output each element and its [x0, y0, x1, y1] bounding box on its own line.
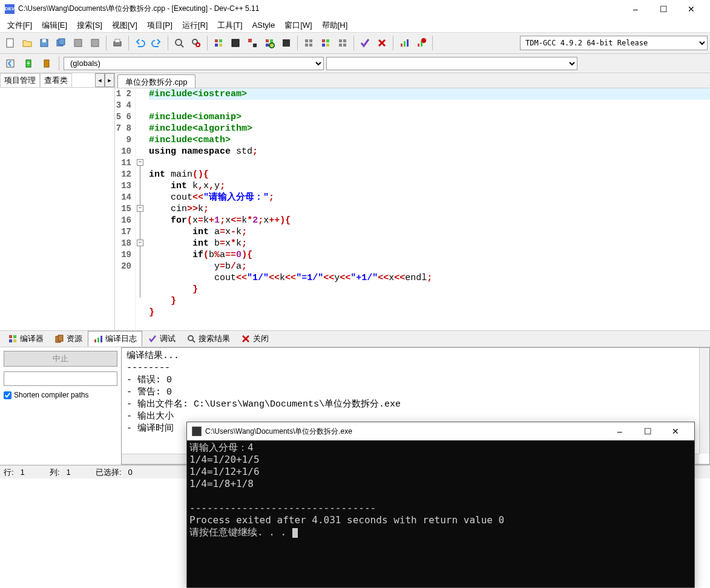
- bookmark-icon[interactable]: [39, 56, 54, 71]
- btab-compile-log[interactable]: 编译日志: [88, 331, 142, 347]
- save-all-icon[interactable]: [53, 35, 69, 51]
- search-icon: [186, 334, 196, 344]
- svg-rect-47: [44, 60, 49, 67]
- compile-run-icon[interactable]: [245, 35, 260, 51]
- tab-class-view[interactable]: 查看类: [40, 73, 72, 87]
- menu-run[interactable]: 运行[R]: [177, 19, 213, 32]
- fold-box-icon[interactable]: −: [137, 205, 143, 212]
- svg-rect-17: [232, 39, 239, 47]
- tab-nav-right[interactable]: ►: [105, 73, 114, 87]
- copy-icon: [54, 334, 64, 344]
- abort-button[interactable]: 中止: [4, 351, 117, 367]
- scrollbar-vertical[interactable]: [699, 348, 709, 454]
- find-icon[interactable]: [171, 35, 187, 51]
- x-icon: [241, 334, 251, 344]
- tool1-icon[interactable]: [301, 35, 317, 51]
- compile-icon[interactable]: [211, 35, 226, 51]
- redo-icon[interactable]: [149, 35, 165, 51]
- menu-bar: 文件[F] 编辑[E] 搜索[S] 视图[V] 项目[P] 运行[R] 工具[T…: [0, 18, 710, 32]
- console-body[interactable]: 请输入分母：4 1/4=1/20+1/5 1/4=1/12+1/6 1/4=1/…: [187, 440, 694, 587]
- svg-rect-18: [248, 39, 252, 42]
- bottom-tabs: 编译器 资源 编译日志 调试 搜索结果 关闭: [0, 330, 710, 347]
- close-button[interactable]: ✕: [677, 0, 705, 18]
- add-bookmark-icon[interactable]: +: [21, 56, 36, 71]
- btab-resources[interactable]: 资源: [49, 331, 88, 347]
- code-editor[interactable]: 1 2 3 4 5 6 7 8 9 10 11 12 13 14 15 16 1…: [115, 88, 710, 330]
- svg-rect-39: [404, 41, 406, 47]
- svg-rect-49: [13, 335, 16, 338]
- svg-rect-35: [343, 39, 346, 42]
- goto-icon[interactable]: [2, 56, 18, 71]
- tool3-icon[interactable]: [335, 35, 350, 51]
- menu-search[interactable]: 搜索[S]: [72, 19, 107, 32]
- file-tab[interactable]: 单位分数拆分.cpp: [117, 74, 196, 88]
- btab-close[interactable]: 关闭: [235, 331, 274, 347]
- open-file-icon[interactable]: [19, 35, 35, 51]
- globals-select[interactable]: (globals): [64, 57, 324, 70]
- svg-rect-22: [266, 44, 269, 47]
- delete-profile-icon[interactable]: [413, 35, 429, 51]
- svg-rect-28: [305, 44, 308, 47]
- menu-help[interactable]: 帮助[H]: [317, 19, 353, 32]
- menu-file[interactable]: 文件[F]: [2, 19, 37, 32]
- svg-rect-8: [115, 39, 120, 42]
- console-maximize-button[interactable]: ☐: [634, 422, 662, 440]
- svg-text:+: +: [27, 60, 30, 67]
- fold-box-icon[interactable]: −: [137, 159, 143, 166]
- profile-icon[interactable]: [396, 35, 412, 51]
- run-icon[interactable]: [228, 35, 243, 51]
- chart-icon: [93, 334, 103, 344]
- minimize-button[interactable]: –: [622, 0, 649, 18]
- main-toolbar: TDM-GCC 4.9.2 64-bit Release: [0, 32, 710, 54]
- x-icon[interactable]: [374, 35, 390, 51]
- svg-rect-13: [215, 39, 218, 42]
- shorten-paths-check[interactable]: Shorten compiler paths: [4, 391, 117, 399]
- fold-box-icon[interactable]: −: [137, 240, 143, 246]
- btab-compiler[interactable]: 编译器: [2, 331, 49, 347]
- debug-icon[interactable]: [278, 35, 294, 51]
- svg-rect-19: [253, 44, 257, 47]
- check-icon: [148, 334, 157, 344]
- symbol-select[interactable]: [326, 57, 577, 70]
- svg-rect-33: [326, 44, 329, 47]
- rebuild-icon[interactable]: [261, 35, 277, 51]
- new-file-icon[interactable]: [2, 35, 18, 51]
- replace-icon[interactable]: [188, 35, 204, 51]
- close-file-icon[interactable]: [87, 35, 103, 51]
- maximize-button[interactable]: ☐: [649, 0, 677, 18]
- svg-rect-54: [94, 339, 96, 342]
- svg-rect-32: [322, 44, 325, 47]
- svg-point-43: [421, 38, 426, 43]
- menu-view[interactable]: 视图[V]: [107, 19, 142, 32]
- svg-rect-36: [339, 44, 342, 47]
- console-close-button[interactable]: ✕: [662, 422, 689, 440]
- svg-line-10: [181, 45, 183, 47]
- svg-rect-0: [7, 39, 13, 47]
- svg-rect-6: [91, 39, 99, 47]
- btab-debug[interactable]: 调试: [142, 331, 181, 347]
- menu-window[interactable]: 窗口[W]: [280, 19, 317, 32]
- console-minimize-button[interactable]: –: [606, 422, 634, 440]
- svg-rect-38: [401, 44, 403, 47]
- tab-nav-left[interactable]: ◄: [95, 73, 105, 87]
- svg-rect-15: [215, 44, 218, 47]
- svg-rect-25: [283, 39, 290, 47]
- shorten-checkbox[interactable]: [4, 391, 12, 399]
- menu-astyle[interactable]: AStyle: [248, 19, 280, 31]
- save-as-icon[interactable]: [70, 35, 86, 51]
- code-text[interactable]: #include<iostream> #include<iomanip> #in…: [146, 88, 710, 330]
- title-bar: DEV C:\Users\Wang\Documents\单位分数拆分.cpp -…: [0, 0, 710, 18]
- save-icon[interactable]: [36, 35, 52, 51]
- compile-input[interactable]: [4, 371, 117, 386]
- menu-project[interactable]: 项目[P]: [142, 19, 177, 32]
- tool2-icon[interactable]: [318, 35, 334, 51]
- print-icon[interactable]: [110, 35, 125, 51]
- menu-edit[interactable]: 编辑[E]: [37, 19, 72, 32]
- compiler-select[interactable]: TDM-GCC 4.9.2 64-bit Release: [520, 36, 708, 50]
- check-icon[interactable]: [357, 35, 373, 51]
- menu-tools[interactable]: 工具[T]: [212, 19, 247, 32]
- svg-rect-50: [9, 339, 12, 342]
- tab-project-mgmt[interactable]: 项目管理: [0, 73, 40, 87]
- btab-search[interactable]: 搜索结果: [181, 331, 235, 347]
- undo-icon[interactable]: [132, 35, 148, 51]
